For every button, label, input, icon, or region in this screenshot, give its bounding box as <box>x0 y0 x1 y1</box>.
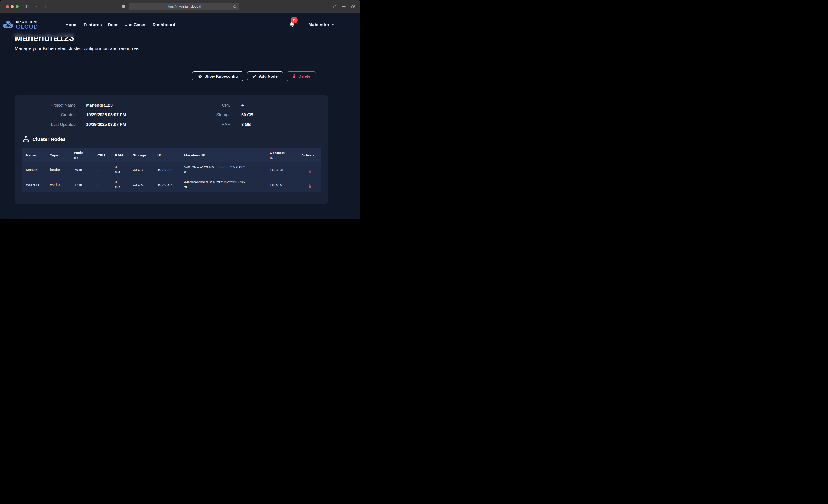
table-row: Master1 leader 7915 2 4 GB 30 GB 10.20.2… <box>22 162 321 177</box>
table-row: Worker1 worker 1715 2 4 GB 30 GB 10.20.3… <box>22 177 321 192</box>
eye-icon <box>198 74 202 79</box>
col-type: Type <box>46 148 70 162</box>
brand-lium: LIUM <box>27 20 37 24</box>
page-subtitle: Manage your Kubernetes cluster configura… <box>15 46 360 51</box>
nav-links: Home Features Docs Use Cases Dashboard <box>66 22 175 27</box>
brand-myc: MYC <box>16 20 24 24</box>
cpu-label: CPU <box>173 103 231 108</box>
cell-mycelium-ip: 5d8:78ea:a120:f40c:ff0f:a5fe:99e6:8b9 6 <box>180 162 266 177</box>
user-name: Mahendra <box>308 22 329 27</box>
chevron-down-icon <box>331 22 335 27</box>
cluster-info-grid: Project Name Mahendra123 CPU 4 Created 1… <box>15 95 328 127</box>
share-icon[interactable] <box>333 4 337 9</box>
nav-link-home[interactable]: Home <box>66 22 78 27</box>
storage-label: Storage <box>173 113 231 117</box>
table-header-row: Name Type Node ID CPU RAM Storage IP Myc… <box>22 148 321 162</box>
col-storage: Storage <box>129 148 153 162</box>
trash-icon <box>308 181 312 189</box>
cluster-overview-card: Project Name Mahendra123 CPU 4 Created 1… <box>15 95 328 204</box>
show-kubeconfig-label: Show Kubeconfig <box>205 74 238 79</box>
add-node-button[interactable]: Add Node <box>247 72 283 81</box>
delete-cluster-button[interactable]: Delete <box>287 72 316 81</box>
new-tab-icon[interactable] <box>342 4 346 9</box>
zoom-window-button[interactable] <box>16 5 18 8</box>
cell-name: Worker1 <box>22 177 46 192</box>
cell-ram: 4 GB <box>111 177 129 192</box>
back-icon[interactable] <box>35 4 39 9</box>
reload-icon[interactable] <box>233 5 237 8</box>
created-label: Created <box>15 113 76 117</box>
last-updated-label: Last Updated <box>15 122 76 127</box>
cell-ram: 4 GB <box>111 162 129 177</box>
cpu-value: 4 <box>231 103 328 108</box>
brand-logo[interactable]: MYC LIUM CLOUD <box>3 20 38 30</box>
cell-ip: 10.20.3.2 <box>153 177 180 192</box>
brand-text: MYC LIUM CLOUD <box>16 20 38 30</box>
cluster-nodes-header: Cluster Nodes <box>23 136 328 142</box>
project-name-value: Mahendra123 <box>76 103 173 108</box>
project-name-label: Project Name <box>15 103 76 108</box>
delete-node-button[interactable] <box>308 180 312 189</box>
cell-mycelium-ip: 446:d2a6:8bcd:8c16:ff0f:72e2:3114:86 3f <box>180 177 266 192</box>
close-window-button[interactable] <box>6 5 9 8</box>
show-kubeconfig-button[interactable]: Show Kubeconfig <box>192 72 243 81</box>
col-mycelium-ip: Mycelium IP <box>180 148 266 162</box>
col-name: Name <box>22 148 46 162</box>
cell-contract-id: 1613132 <box>266 177 297 192</box>
address-bar[interactable]: https://myceliumcloud.tf <box>129 3 239 10</box>
ram-value: 8 GB <box>231 122 328 127</box>
created-value: 10/29/2025 03:07 PM <box>76 113 173 117</box>
ram-label: RAM <box>173 122 231 127</box>
col-ram: RAM <box>111 148 129 162</box>
col-cpu: CPU <box>93 148 111 162</box>
cell-storage: 30 GB <box>129 177 153 192</box>
url-text: https://myceliumcloud.tf <box>166 5 201 8</box>
delete-label: Delete <box>298 74 310 79</box>
window-controls[interactable] <box>6 5 18 8</box>
browser-window: https://myceliumcloud.tf Mahendra123 Man… <box>0 0 360 219</box>
browser-chrome: https://myceliumcloud.tf <box>0 0 360 13</box>
pencil-icon <box>253 75 256 78</box>
nav-link-dashboard[interactable]: Dashboard <box>152 22 175 27</box>
cell-name: Master1 <box>22 162 46 177</box>
sidebar-toggle-icon[interactable] <box>25 4 30 9</box>
tab-overview-icon[interactable] <box>351 4 355 9</box>
cell-contract-id: 1613131 <box>266 162 297 177</box>
forward-icon <box>43 4 48 9</box>
cell-ip: 10.20.2.2 <box>153 162 180 177</box>
notifications-button[interactable]: 11 <box>289 22 295 29</box>
col-ip: IP <box>153 148 180 162</box>
privacy-shield-icon[interactable] <box>121 4 126 9</box>
notification-badge: 11 <box>291 16 298 24</box>
cell-node-id: 1715 <box>70 177 93 192</box>
nav-link-features[interactable]: Features <box>84 22 102 27</box>
cell-cpu: 2 <box>93 162 111 177</box>
cluster-nodes-title: Cluster Nodes <box>32 136 66 142</box>
blurred-title-reflection: Mahendra123 <box>15 33 74 37</box>
mycelium-cloud-logo-icon <box>3 20 14 29</box>
trash-icon <box>292 74 296 78</box>
add-node-label: Add Node <box>259 74 278 79</box>
bell-icon <box>289 24 295 28</box>
cluster-nodes-table: Name Type Node ID CPU RAM Storage IP Myc… <box>22 148 321 192</box>
cluster-actions: Show Kubeconfig Add Node Delete <box>0 72 316 81</box>
top-navbar: Mahendra123 <box>0 13 360 37</box>
delete-node-button[interactable] <box>308 165 312 174</box>
cell-storage: 30 GB <box>129 162 153 177</box>
page-viewport: Mahendra123 Manage your Kubernetes clust… <box>0 13 360 219</box>
storage-value: 60 GB <box>231 113 328 117</box>
col-contract-id: Contract ID <box>266 148 297 162</box>
trash-icon <box>308 166 312 174</box>
cell-node-id: 7915 <box>70 162 93 177</box>
brand-cloud: CLOUD <box>16 24 38 30</box>
user-menu[interactable]: Mahendra <box>308 22 335 27</box>
col-node-id: Node ID <box>70 148 93 162</box>
nav-link-docs[interactable]: Docs <box>108 22 118 27</box>
last-updated-value: 10/29/2025 03:07 PM <box>76 122 173 127</box>
nav-link-use-cases[interactable]: Use Cases <box>124 22 147 27</box>
cell-type: leader <box>46 162 70 177</box>
cell-type: worker <box>46 177 70 192</box>
minimize-window-button[interactable] <box>11 5 14 8</box>
brand-e-bars-icon <box>25 20 27 24</box>
cell-cpu: 2 <box>93 177 111 192</box>
